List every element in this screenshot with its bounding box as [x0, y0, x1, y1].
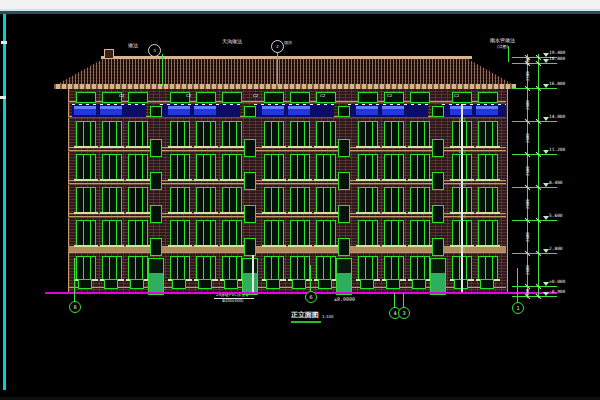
staircase-window	[244, 205, 256, 223]
dimension-text: 2800	[526, 199, 530, 209]
facade-window	[102, 121, 122, 147]
axis-bubble: 3	[398, 307, 410, 319]
blue-band-dash-line	[72, 104, 146, 105]
facade-window	[384, 220, 404, 246]
staircase-window	[150, 139, 162, 157]
facade-window	[478, 121, 498, 147]
detail-bubble: 2	[271, 40, 284, 53]
attic-window	[222, 92, 242, 103]
elevation-value: 2.800	[549, 247, 563, 252]
dimension-chain-line	[527, 54, 528, 298]
ground-floor-window	[478, 256, 498, 280]
staircase-window	[432, 205, 444, 223]
basement-window	[224, 279, 238, 289]
window-sill	[220, 212, 244, 214]
blue-glazing-pane	[356, 106, 378, 115]
floor-band-shadow	[68, 117, 506, 118]
staircase-window	[150, 172, 162, 190]
window-sill	[262, 212, 286, 214]
facade-window	[128, 154, 148, 180]
facade-window	[196, 187, 216, 213]
entrance-door	[430, 258, 446, 295]
axis-leader-line	[394, 293, 395, 308]
entrance-door	[336, 258, 352, 295]
facade-window	[196, 121, 216, 147]
elevation-value: 14.000	[549, 115, 565, 120]
window-tag: C-1	[459, 150, 466, 154]
attic-window	[76, 92, 96, 103]
window-sill	[356, 245, 380, 247]
left-edge-text-fragment	[0, 96, 6, 99]
window-sill	[382, 212, 406, 214]
window-sill	[194, 245, 218, 247]
window-sill	[476, 212, 500, 214]
basement-window	[266, 279, 280, 289]
dimension-text: 2800	[526, 232, 530, 242]
window-sill	[100, 179, 124, 181]
blue-glazing-pane	[194, 106, 216, 115]
facade-window	[316, 154, 336, 180]
ground-floor-window	[410, 256, 430, 280]
ground-floor-window	[196, 256, 216, 280]
ground-floor-window	[384, 256, 404, 280]
window-sill	[382, 245, 406, 247]
facade-window	[76, 187, 96, 213]
left-edge-text-fragment	[1, 41, 7, 44]
ground-floor-window	[170, 256, 190, 280]
frame-divider-1	[0, 11, 600, 14]
ground-floor-window	[76, 256, 96, 280]
window-sill	[168, 146, 192, 148]
facade-window	[264, 154, 284, 180]
ground-line	[45, 292, 557, 294]
window-sill	[288, 212, 312, 214]
cad-drawing-canvas[interactable]: 做法 天沟做法 做法 雨水管做法 (详图) 25厚硬PVC排水管 Φ200(40…	[0, 0, 600, 400]
dimension-text: 2800	[526, 265, 530, 275]
facade-window	[290, 220, 310, 246]
window-tag: C2	[454, 94, 459, 98]
facade-window	[316, 121, 336, 147]
elevation-flag-line	[542, 88, 557, 89]
blue-band-dash-line	[160, 104, 240, 105]
facade-window	[170, 121, 190, 147]
facade-window	[358, 187, 378, 213]
window-tag: C-1	[459, 248, 466, 252]
drawing-title: 正立面图	[291, 312, 319, 319]
facade-window	[316, 220, 336, 246]
stair-band-window	[338, 106, 350, 117]
window-sill	[262, 146, 286, 148]
window-sill	[194, 212, 218, 214]
facade-window	[410, 121, 430, 147]
roof-note-gutter: 天沟做法	[222, 39, 242, 44]
blue-glazing-pane	[100, 106, 122, 115]
facade-window	[76, 220, 96, 246]
window-sill	[74, 245, 98, 247]
window-sill	[408, 245, 432, 247]
window-tag: C-1	[459, 183, 466, 187]
blue-glazing-pane	[74, 106, 96, 115]
elevation-flag-line	[542, 286, 557, 287]
roof-eave-fascia	[54, 84, 516, 89]
facade-window	[222, 220, 242, 246]
elevation-flag-line	[542, 121, 557, 122]
facade-window	[358, 154, 378, 180]
window-sill	[288, 146, 312, 148]
detail-leader-line	[277, 50, 278, 86]
stair-band-window	[244, 106, 256, 117]
facade-window	[170, 187, 190, 213]
window-sill	[100, 245, 124, 247]
facade-window	[410, 187, 430, 213]
facade-window	[264, 187, 284, 213]
attic-window	[128, 92, 148, 103]
window-sill	[408, 179, 432, 181]
facade-window	[128, 220, 148, 246]
window-sill	[100, 212, 124, 214]
window-tag: C2	[387, 94, 392, 98]
staircase-window	[244, 238, 256, 256]
window-sill	[408, 212, 432, 214]
detail-leader-line	[508, 46, 509, 62]
elevation-flag-line	[542, 220, 557, 221]
window-tag: C2	[253, 94, 258, 98]
basement-window	[386, 279, 400, 289]
roof	[54, 56, 516, 86]
elevation-value: ±0.000	[549, 280, 565, 285]
